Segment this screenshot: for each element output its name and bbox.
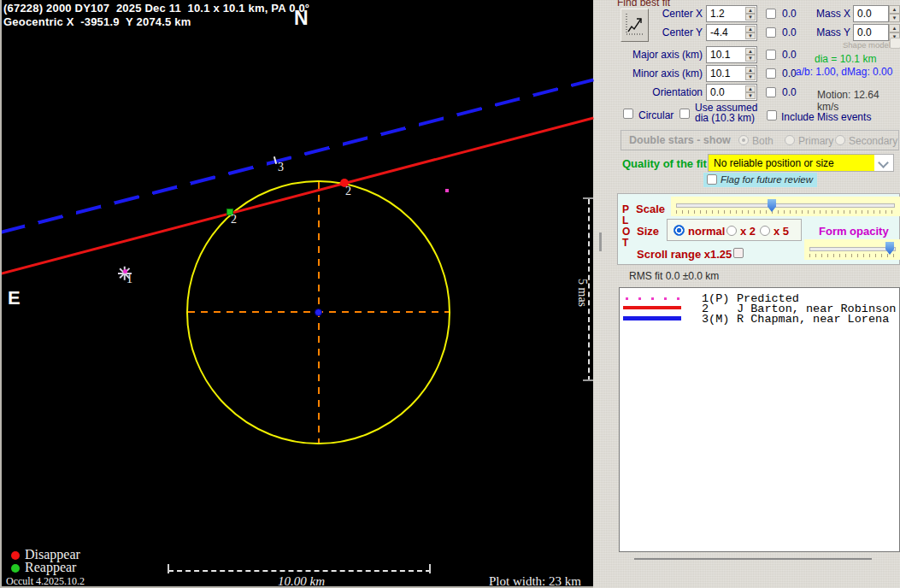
minor-axis-spinner[interactable]: ▲▼	[745, 67, 756, 80]
double-stars-both-label: Both	[752, 135, 774, 147]
minor-axis-error-checkbox[interactable]	[766, 68, 776, 79]
mas-scale-tick-bottom	[583, 379, 593, 381]
reappear-legend-label: Reappear	[25, 560, 76, 575]
chevron-down-icon	[878, 157, 889, 168]
orientation-error-value: 0.0	[782, 86, 797, 98]
size-x5-label: x 5	[774, 225, 789, 238]
km-scalebar-line	[168, 570, 431, 572]
include-miss-label: Include Miss events	[781, 111, 871, 123]
plot-vertical-letter-l: L	[622, 215, 628, 226]
predicted-sample-dot	[626, 297, 628, 300]
spin-up-icon: ▲	[745, 85, 756, 92]
predicted-sample-dot	[664, 297, 667, 300]
form-opacity-slider[interactable]	[804, 239, 900, 260]
north-label: N	[294, 7, 309, 30]
observations-listbox[interactable]: 1(P)Predicted 2J Barton, near Robinson 3…	[619, 287, 900, 552]
predicted-sample-dot	[651, 297, 654, 300]
minor-axis-field[interactable]: 10.1 ▲▼	[706, 65, 757, 82]
minor-axis-error-value: 0.0	[782, 68, 797, 79]
scroll-range-checkbox[interactable]	[733, 248, 744, 258]
mass-x-field[interactable]: 0.0	[853, 5, 889, 22]
chord2-sample-line	[623, 306, 681, 309]
use-assumed-dia-checkbox[interactable]	[679, 109, 690, 119]
site2-label-disappear: 2	[345, 185, 351, 197]
site2-label-reappear: 2	[231, 214, 237, 225]
plot-title-line1: (67228) 2000 DY107 2025 Dec 11 10.1 x 10…	[3, 2, 309, 15]
major-axis-field[interactable]: 10.1 ▲▼	[706, 46, 757, 63]
use-assumed-dia-label: Use assumeddia (10.3 km)	[695, 103, 757, 123]
occultation-plot-canvas: (67228) 2000 DY107 2025 Dec 11 10.1 x 10…	[0, 0, 593, 588]
spin-up-icon: ▲	[889, 24, 900, 32]
disappear-legend-dot	[11, 551, 20, 560]
scale-label: Scale	[636, 203, 665, 215]
size-radio-group: normal x 2 x 5	[667, 219, 802, 241]
spin-down-icon: ▼	[745, 55, 756, 62]
double-stars-title: Double stars - show	[629, 134, 731, 146]
center-x-error-checkbox[interactable]	[766, 9, 776, 19]
center-y-error-checkbox[interactable]	[766, 27, 776, 38]
form-opacity-thumb[interactable]	[885, 242, 894, 255]
form-opacity-track	[809, 247, 896, 251]
size-x2-radio[interactable]	[726, 226, 737, 236]
size-x2-label: x 2	[740, 225, 756, 238]
quality-of-fit-label: Quality of the fit	[622, 157, 707, 170]
center-x-error-value: 0.0	[782, 8, 797, 20]
scale-slider[interactable]	[671, 197, 900, 216]
double-stars-group: Double stars - show Both Primary Seconda…	[621, 130, 899, 150]
spin-up-icon: ▲	[745, 7, 756, 14]
spin-down-icon: ▼	[745, 92, 756, 99]
minor-axis-label: Minor axis (km)	[621, 68, 703, 79]
mas-scale-label: 5 mas	[575, 279, 589, 315]
mass-y-label: Mass Y	[803, 26, 850, 38]
orientation-error-checkbox[interactable]	[766, 87, 776, 97]
occult-fit-window: (67228) 2000 DY107 2025 Dec 11 10.1 x 10…	[0, 0, 900, 588]
size-normal-radio[interactable]	[674, 225, 685, 236]
panel-splitter[interactable]	[593, 0, 607, 588]
size-normal-label: normal	[688, 225, 725, 238]
spin-down-icon: ▼	[745, 32, 756, 39]
major-axis-error-value: 0.0	[782, 49, 797, 61]
center-x-spinner[interactable]: ▲▼	[745, 7, 756, 21]
ab-dmag-readout: a/b: 1.00, dMag: 0.00	[796, 66, 892, 78]
splitter-handle-icon	[599, 232, 602, 251]
flag-review-label: Flag for future review	[721, 174, 813, 185]
flag-review-row: Flag for future review	[703, 173, 817, 187]
predicted-sample-dot	[677, 297, 679, 300]
major-axis-error-checkbox[interactable]	[766, 50, 776, 60]
spin-down-icon: ▼	[745, 14, 756, 21]
double-stars-secondary-radio[interactable]	[835, 135, 845, 145]
plot-vertical-letter-o: O	[622, 226, 630, 238]
legend-text: 3(M)R Chapman, near Lorena	[702, 313, 889, 326]
center-y-spinner[interactable]: ▲▼	[745, 26, 756, 39]
form-opacity-label: Form opacity	[819, 225, 889, 238]
scale-slider-track	[676, 203, 895, 208]
km-scalebar-tick-right	[429, 564, 431, 573]
spin-up-icon: ▲	[745, 48, 756, 55]
size-x5-radio[interactable]	[760, 226, 770, 236]
center-y-label: Center Y	[621, 26, 703, 38]
diameter-readout: dia = 10.1 km	[815, 53, 876, 65]
circular-checkbox[interactable]	[623, 109, 633, 119]
shape-model-checkbox[interactable]	[890, 38, 900, 49]
rms-fit-readout: RMS fit 0.0 ±0.0 km	[629, 270, 719, 282]
include-miss-checkbox[interactable]	[767, 110, 777, 121]
center-y-field[interactable]: -4.4 ▲▼	[706, 24, 757, 41]
form-opacity-ticks	[809, 254, 894, 257]
double-stars-primary-label: Primary	[798, 135, 833, 147]
window-left-edge	[0, 0, 2, 588]
center-x-field[interactable]: 1.2 ▲▼	[706, 5, 757, 22]
mass-x-spinner[interactable]: ▲ ▼	[889, 5, 900, 22]
spin-up-icon: ▲	[889, 5, 900, 14]
mass-y-field[interactable]: 0.0	[853, 24, 889, 41]
orientation-spinner[interactable]: ▲▼	[745, 85, 756, 99]
quality-of-fit-dropdown[interactable]: No reliable position or size	[708, 154, 894, 172]
flag-review-checkbox[interactable]	[707, 174, 717, 185]
ellipse-center-dot	[315, 309, 322, 316]
double-stars-both-radio[interactable]	[738, 135, 749, 145]
orientation-field[interactable]: 0.0 ▲▼	[706, 84, 757, 101]
quality-of-fit-value: No reliable position or size	[714, 157, 834, 169]
major-axis-spinner[interactable]: ▲▼	[745, 48, 756, 62]
panel-bottom-divider	[634, 558, 872, 560]
double-stars-primary-radio[interactable]	[785, 135, 795, 145]
predicted-sample-dot	[638, 297, 641, 300]
